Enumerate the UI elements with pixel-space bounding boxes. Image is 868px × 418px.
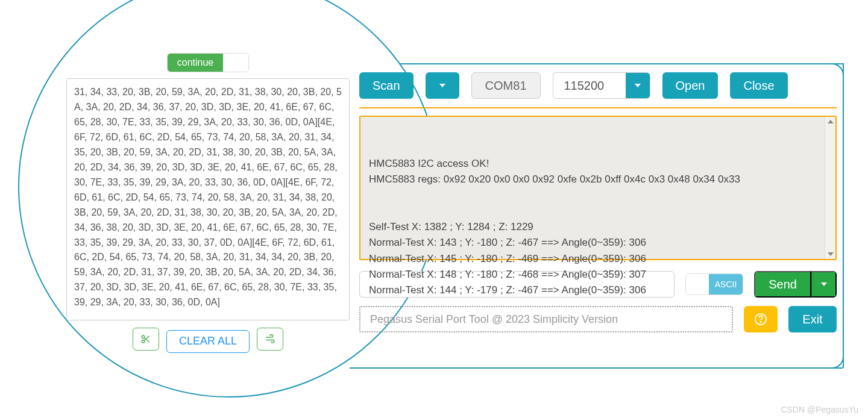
- wind-icon: [265, 334, 275, 345]
- baud-rate-dropdown[interactable]: [626, 73, 650, 98]
- hex-panel: continue 31, 34, 33, 20, 3B, 20, 59, 3A,…: [66, 53, 350, 353]
- serial-console[interactable]: HMC5883 I2C access OK! HMC5883 regs: 0x9…: [359, 116, 837, 260]
- continue-toggle-row: continue: [66, 53, 350, 72]
- scissors-icon: [140, 334, 151, 345]
- continue-toggle-label: continue: [168, 54, 224, 72]
- frame-line-bottom: [350, 367, 843, 369]
- close-button[interactable]: Close: [730, 72, 787, 99]
- chevron-down-icon: [635, 84, 641, 87]
- baud-rate-select[interactable]: 115200: [553, 72, 650, 99]
- baud-rate-value: 115200: [553, 73, 626, 98]
- hex-actions: CLEAR ALL: [66, 328, 350, 353]
- scan-dropdown-button[interactable]: [426, 72, 459, 99]
- continue-toggle[interactable]: continue: [167, 53, 250, 72]
- frame-corner-br: [832, 357, 844, 369]
- scissors-button[interactable]: [133, 328, 159, 351]
- continue-toggle-track: [223, 54, 248, 72]
- scroll-up-icon: [828, 120, 834, 123]
- svg-point-1: [142, 340, 145, 343]
- console-text: HMC5883 I2C access OK! HMC5883 regs: 0x9…: [369, 156, 827, 299]
- frame-line-right: [843, 63, 844, 368]
- com-port-value: COM81: [485, 79, 527, 93]
- chevron-down-icon: [439, 84, 445, 87]
- frame-line-top: [350, 63, 843, 64]
- serial-panel: Scan COM81 115200 Open Close HMC5883 I2C…: [359, 72, 837, 332]
- open-button[interactable]: Open: [662, 72, 719, 99]
- clear-all-button[interactable]: CLEAR ALL: [166, 330, 250, 353]
- com-port-field[interactable]: COM81: [471, 72, 541, 99]
- hex-dump-output[interactable]: 31, 34, 33, 20, 3B, 20, 59, 3A, 20, 2D, …: [66, 78, 350, 320]
- wind-button[interactable]: [257, 328, 283, 351]
- scan-button[interactable]: Scan: [359, 72, 414, 99]
- toolbar-divider: [359, 107, 837, 108]
- console-scrollbar[interactable]: [825, 117, 835, 259]
- watermark: CSDN @PegasusYu: [781, 405, 858, 414]
- scroll-down-icon: [828, 252, 834, 256]
- svg-point-0: [142, 335, 145, 338]
- toolbar: Scan COM81 115200 Open Close: [359, 72, 837, 99]
